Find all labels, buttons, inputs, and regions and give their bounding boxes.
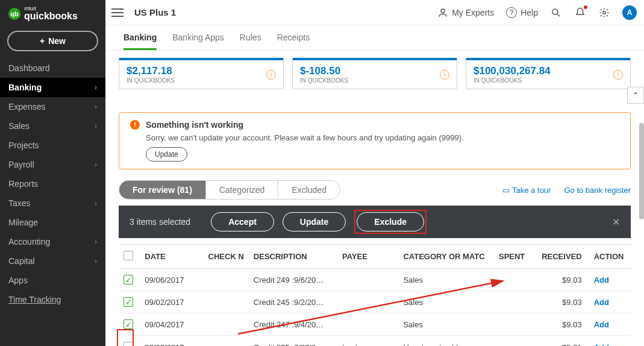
cell-check (204, 313, 249, 336)
cell-desc: Credit 245 :9/2/20… (249, 291, 337, 313)
selection-count: 3 items selected (130, 217, 190, 227)
search-icon[interactable] (550, 7, 562, 19)
col-received[interactable]: RECEIVED (535, 245, 589, 269)
avatar[interactable]: A (622, 5, 637, 20)
account-card-3[interactable]: $100,030,267.84IN QUICKBOOKS i (466, 58, 631, 89)
cell-check (204, 291, 249, 313)
col-category[interactable]: CATEGORY OR MATC (398, 245, 494, 269)
row-checkbox[interactable]: ✓ (123, 297, 133, 307)
seg-for-review[interactable]: For review (81) (119, 181, 206, 199)
account-card-1[interactable]: $2,117.18IN QUICKBOOKS i (119, 58, 284, 89)
logo: qb ıntuıt quickbooks (0, 0, 105, 26)
svg-point-1 (552, 9, 558, 14)
cell-payee (337, 291, 398, 313)
scrollbar[interactable] (639, 123, 644, 219)
cell-spent (494, 336, 535, 347)
nav-reports[interactable]: Reports (0, 174, 105, 193)
cell-date: 09/06/2017 (140, 269, 203, 291)
bell-icon[interactable] (574, 7, 586, 19)
gear-icon[interactable] (598, 7, 610, 19)
cell-check (204, 336, 249, 347)
help-link[interactable]: ? Help (506, 7, 538, 18)
accept-button[interactable]: Accept (211, 212, 274, 231)
col-date[interactable]: DATE (140, 245, 203, 269)
col-payee[interactable]: PAYEE (337, 245, 398, 269)
svg-point-3 (603, 11, 606, 14)
add-button[interactable]: Add (594, 275, 609, 285)
cell-payee (337, 313, 398, 336)
exclude-highlight: Exclude (354, 210, 427, 234)
col-spent[interactable]: SPENT (494, 245, 535, 269)
cell-received: $9.03 (535, 291, 589, 313)
nav-mileage[interactable]: Mileage (0, 213, 105, 232)
nav-apps[interactable]: Apps (0, 271, 105, 290)
new-button[interactable]: + New (7, 31, 98, 51)
col-check[interactable]: CHECK N (204, 245, 249, 269)
tab-banking-apps[interactable]: Banking Apps (172, 33, 224, 50)
cell-desc: Credit 235 :8/23/2… (249, 336, 337, 347)
take-tour-link[interactable]: ▭Take a tour (502, 186, 551, 195)
add-button[interactable]: Add (594, 343, 609, 346)
warning-update-button[interactable]: Update (146, 147, 187, 162)
cell-payee: Loel (337, 336, 398, 347)
warning-icon: ! (130, 120, 140, 130)
add-button[interactable]: Add (594, 298, 609, 307)
cell-cat: Sales (398, 313, 494, 336)
cell-date: 09/04/2017 (140, 313, 203, 336)
update-button[interactable]: Update (283, 212, 346, 231)
table-row[interactable]: ✓09/02/2017Credit 245 :9/2/20…Sales$9.03… (119, 291, 631, 313)
nav-capital[interactable]: Capital› (0, 251, 105, 271)
cell-spent (494, 313, 535, 336)
row-checkbox[interactable]: ✓ (123, 319, 133, 329)
new-label: New (48, 36, 66, 46)
nav-projects[interactable]: Projects (0, 136, 105, 155)
tab-receipts[interactable]: Receipts (277, 33, 310, 50)
cell-cat: Sales (398, 269, 494, 291)
nav-expenses[interactable]: Expenses› (0, 97, 105, 116)
logo-icon: qb (8, 8, 20, 20)
col-desc[interactable]: DESCRIPTION (249, 245, 337, 269)
company-name[interactable]: US Plus 1 (134, 7, 176, 17)
row-checkbox[interactable] (123, 342, 133, 346)
cell-desc: Credit 247 :9/4/20… (249, 313, 337, 336)
bank-register-link[interactable]: Go to bank register (564, 186, 631, 195)
card-sub: IN QUICKBOOKS (127, 77, 175, 84)
table-row[interactable]: 08/23/2017Credit 235 :8/23/2…LoelUncateg… (119, 336, 631, 347)
seg-excluded[interactable]: Excluded (278, 181, 340, 199)
seg-categorized[interactable]: Categorized (206, 181, 279, 199)
cell-received: $9.03 (535, 269, 589, 291)
exclude-button[interactable]: Exclude (357, 212, 424, 231)
nav-sales[interactable]: Sales› (0, 116, 105, 136)
select-all-checkbox[interactable] (123, 251, 133, 260)
nav-accounting[interactable]: Accounting› (0, 232, 105, 251)
question-icon: ? (506, 7, 517, 18)
info-icon[interactable]: i (440, 70, 449, 80)
add-button[interactable]: Add (594, 320, 609, 329)
nav-taxes[interactable]: Taxes› (0, 193, 105, 213)
tab-rules[interactable]: Rules (240, 33, 261, 50)
tab-banking[interactable]: Banking (123, 33, 157, 50)
my-experts-link[interactable]: My Experts (437, 7, 494, 18)
cell-desc: Credit 249 :9/6/20… (249, 269, 337, 291)
nav-dashboard[interactable]: Dashboard (0, 58, 105, 78)
row-checkbox[interactable]: ✓ (123, 275, 133, 285)
table-row[interactable]: ✓09/06/2017Credit 249 :9/6/20…Sales$9.03… (119, 269, 631, 291)
card-amount: $2,117.18 (127, 65, 175, 77)
account-card-2[interactable]: $-108.50IN QUICKBOOKS i (292, 58, 457, 89)
tour-icon: ▭ (502, 186, 510, 195)
selection-action-bar: 3 items selected Accept Update Exclude ✕ (119, 206, 631, 238)
menu-icon[interactable] (111, 8, 123, 17)
nav-payroll[interactable]: Payroll› (0, 155, 105, 174)
nav-time-tracking[interactable]: Time Tracking (0, 290, 105, 309)
info-icon[interactable]: i (613, 70, 623, 80)
cell-payee (337, 269, 398, 291)
col-action[interactable]: ACTION (589, 245, 631, 269)
info-icon[interactable]: i (266, 70, 276, 80)
close-icon[interactable]: ✕ (612, 216, 620, 228)
nav-banking[interactable]: Banking› (0, 78, 105, 97)
table-row[interactable]: ✓09/04/2017Credit 247 :9/4/20…Sales$9.03… (119, 313, 631, 336)
transactions-table: DATE CHECK N DESCRIPTION PAYEE CATEGORY … (119, 244, 631, 346)
cell-check (204, 269, 249, 291)
collapse-icon[interactable]: ⌃ (627, 87, 644, 104)
brand-name: quickbooks (24, 11, 78, 21)
